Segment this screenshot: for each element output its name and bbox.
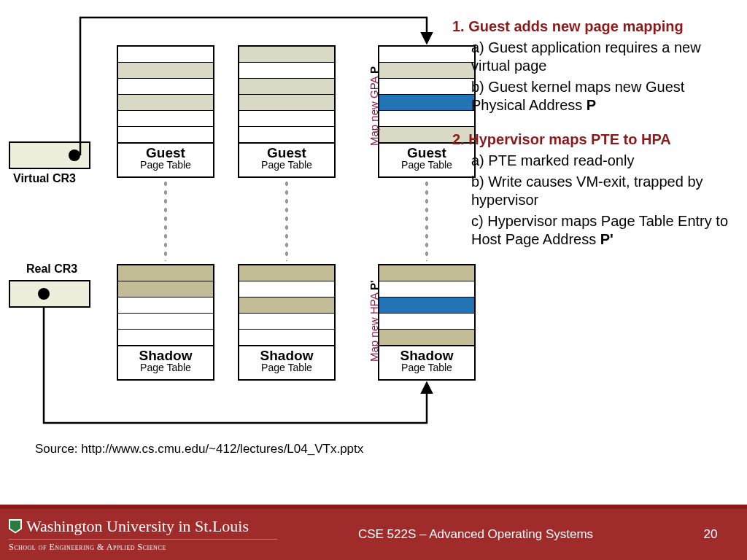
step-2a: a) PTE marked read-only <box>452 152 737 170</box>
shadow-page-table-3: ShadowPage Table <box>378 264 476 381</box>
step-2b: b) Write causes VM-exit, trapped by hype… <box>452 173 737 209</box>
pt-title: Guest <box>118 146 213 160</box>
pt-title: Shadow <box>379 349 474 362</box>
pt-title: Shadow <box>118 349 213 362</box>
dotted-connector <box>285 179 289 261</box>
shadow-page-table-1: ShadowPage Table <box>117 264 214 381</box>
virtual-cr3-box <box>9 141 90 169</box>
slide-footer: Washington University in St.Louis School… <box>0 503 747 560</box>
pt-subtitle: Page Table <box>379 362 474 373</box>
step-1b: b) Guest kernel maps new Guest Physical … <box>452 78 737 114</box>
step-1a: a) Guest application requires a new virt… <box>452 39 737 75</box>
cr3-dot-icon <box>69 149 80 161</box>
cr3-dot-icon <box>38 288 50 300</box>
pt-subtitle: Page Table <box>118 362 213 373</box>
step-2c: c) Hypervisor maps Page Table Entry to H… <box>452 212 737 249</box>
real-cr3-label: Real CR3 <box>26 262 77 276</box>
real-cr3-box <box>9 280 90 308</box>
university-logo: Washington University in St.Louis School… <box>0 509 277 560</box>
shadow-page-table-2: ShadowPage Table <box>238 264 336 381</box>
dotted-connector <box>425 179 429 261</box>
pt-subtitle: Page Table <box>239 160 334 171</box>
map-new-gpa-label: Map new GPA P <box>368 66 380 146</box>
page-number: 20 <box>674 527 747 542</box>
virtual-cr3-label: Virtual CR3 <box>13 172 76 185</box>
pt-title: Shadow <box>239 349 334 362</box>
pt-subtitle: Page Table <box>239 362 334 373</box>
shield-icon <box>9 519 22 534</box>
pt-subtitle: Page Table <box>118 160 213 171</box>
new-hpa-row <box>379 298 474 314</box>
explanation-text: 1. Guest adds new page mapping a) Guest … <box>452 18 737 252</box>
guest-page-table-1: GuestPage Table <box>117 45 214 178</box>
map-new-hpa-label: Map new HPA P' <box>368 280 380 362</box>
slide: Virtual CR3 Real CR3 GuestPage Table Gue… <box>0 0 747 560</box>
guest-page-table-2: GuestPage Table <box>238 45 336 178</box>
source-citation: Source: http://www.cs.cmu.edu/~412/lectu… <box>35 442 363 456</box>
dotted-connector <box>163 179 168 261</box>
diagram: Virtual CR3 Real CR3 GuestPage Table Gue… <box>0 0 452 467</box>
course-title: CSE 522S – Advanced Operating Systems <box>277 527 674 542</box>
pt-title: Guest <box>239 146 334 160</box>
